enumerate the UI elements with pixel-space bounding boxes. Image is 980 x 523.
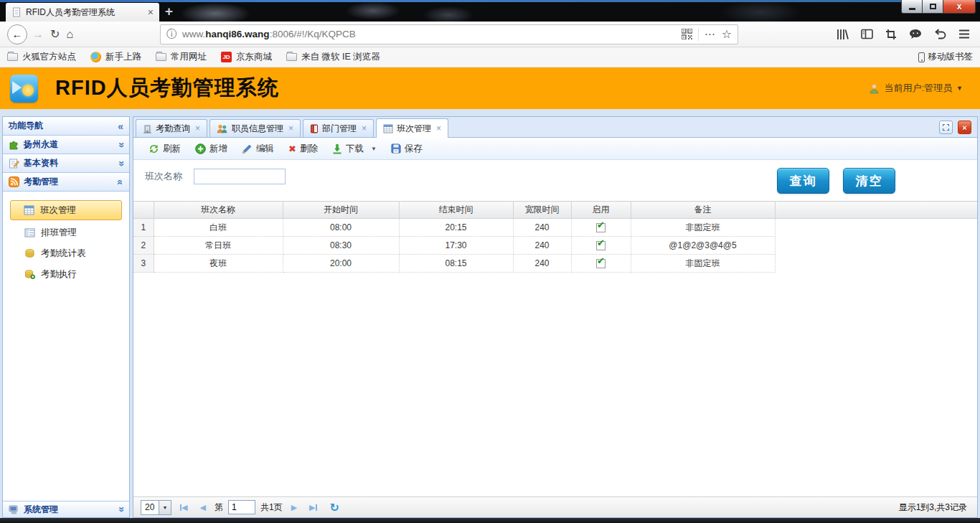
tab-close-icon[interactable]: × (362, 123, 367, 133)
calendar-icon (24, 205, 34, 215)
close-button[interactable]: x (943, 0, 976, 14)
address-bar[interactable]: ⓘ www.hanqi86.wang:8006/#!/Kq/KQPCB ⋯ ☆ (160, 24, 738, 44)
bookmark-item[interactable]: JD京东商城 (221, 51, 272, 63)
download-caret-icon[interactable]: ▼ (371, 146, 377, 152)
chevron-down-icon[interactable]: « (115, 142, 126, 148)
table-row[interactable]: 3 夜班 20:00 08:15 240 ✔ 非固定班 (133, 255, 977, 273)
sidebar-header[interactable]: 功能导航 « (3, 117, 129, 136)
maximize-button[interactable] (923, 0, 943, 14)
sidebar-section-system[interactable]: 系统管理 « (3, 501, 129, 517)
cell-filler (775, 219, 977, 237)
close-panel-button[interactable]: × (958, 121, 971, 134)
current-user-menu[interactable]: 当前用户:管理员 ▼ (869, 82, 970, 95)
sidebar-item-schedule-management[interactable]: 排班管理 (9, 223, 123, 242)
enabled-checkbox[interactable]: ✔ (596, 259, 606, 268)
chevron-down-icon[interactable]: « (115, 506, 126, 512)
save-button[interactable]: 保存 (385, 141, 429, 157)
page-size-select[interactable]: 20 ▼ (141, 500, 171, 515)
sidebar-section-yangzhou[interactable]: 扬州永道 « (3, 136, 129, 154)
cell-rownum: 1 (133, 219, 154, 237)
tab-close-icon[interactable]: × (288, 123, 293, 133)
page-size-value: 20 (141, 501, 159, 514)
bookmark-item[interactable]: 常用网址 (156, 51, 207, 63)
page-number-input[interactable] (228, 500, 255, 514)
edit-button[interactable]: 编辑 (235, 141, 281, 157)
col-remark[interactable]: 备注 (631, 202, 775, 219)
menu-icon[interactable] (958, 29, 970, 39)
close-icon: x (957, 1, 962, 11)
reload-button[interactable]: ↻ (50, 27, 60, 41)
forward-button[interactable]: → (32, 28, 44, 41)
bookmark-item[interactable]: 来自 微软 IE 浏览器 (286, 51, 380, 63)
sidebar-item-attendance-statistics[interactable]: 考勤统计表 (9, 244, 123, 263)
delete-button[interactable]: ✖ 删除 (282, 141, 324, 157)
add-button[interactable]: 新增 (189, 141, 234, 157)
select-caret-icon[interactable]: ▼ (159, 501, 171, 514)
screenshot-icon[interactable] (885, 29, 897, 40)
chevron-up-icon[interactable]: « (115, 179, 126, 185)
shift-name-input[interactable] (194, 169, 286, 184)
tab-staff-info[interactable]: 职员信息管理 × (209, 119, 301, 137)
titlebar[interactable]: RFID人员考勤管理系统 × + x (0, 2, 980, 22)
bookmark-item[interactable]: 火狐官方站点 (7, 51, 76, 63)
enabled-checkbox[interactable]: ✔ (596, 241, 606, 250)
pencil-icon (242, 143, 253, 154)
browser-tab[interactable]: RFID人员考勤管理系统 × (6, 3, 159, 22)
home-button[interactable]: ⌂ (66, 28, 73, 41)
new-tab-button[interactable]: + (165, 4, 173, 19)
table-row[interactable]: 1 白班 08:00 20:15 240 ✔ 非固定班 (133, 219, 977, 237)
tab-close-icon[interactable]: × (148, 7, 154, 17)
bookmark-item[interactable]: 新手上路 (90, 51, 141, 63)
search-buttons: 查询 清空 (777, 168, 895, 194)
sidebar-toggle-icon[interactable] (861, 29, 873, 39)
sidebar-section-attendance[interactable]: 考勤管理 « (3, 173, 129, 192)
col-start-time[interactable]: 开始时间 (283, 202, 399, 219)
first-page-button[interactable]: ◀ (180, 503, 187, 512)
sidebar-item-shift-management[interactable]: 班次管理 (10, 200, 122, 220)
cell-shift-name: 白班 (154, 219, 283, 237)
download-icon (332, 143, 342, 154)
tab-department[interactable]: 部门管理 × (303, 119, 374, 137)
col-enabled[interactable]: 启用 (571, 202, 631, 219)
maximize-panel-button[interactable] (939, 121, 953, 134)
library-icon[interactable] (837, 29, 849, 40)
minimize-button[interactable] (901, 0, 923, 14)
mobile-bookmarks[interactable]: 移动版书签 (918, 51, 974, 63)
col-end-time[interactable]: 结束时间 (399, 202, 513, 219)
col-shift-name[interactable]: 班次名称 (154, 202, 283, 219)
clear-button[interactable]: 清空 (843, 168, 895, 194)
next-page-button[interactable]: ▶ (291, 503, 297, 512)
search-area: 班次名称 查询 清空 (133, 160, 977, 201)
bookmark-star-icon[interactable]: ☆ (722, 27, 732, 41)
undo-icon[interactable] (934, 29, 946, 39)
last-page-button[interactable]: ▶ (309, 503, 316, 512)
chevron-down-icon[interactable]: « (115, 161, 126, 166)
grid-refresh-button[interactable]: ↻ (330, 501, 339, 514)
current-user-label: 当前用户:管理员 (884, 82, 952, 95)
refresh-icon (149, 143, 159, 154)
query-button[interactable]: 查询 (777, 168, 829, 194)
chat-icon[interactable] (909, 29, 922, 39)
sidebar-section-basic[interactable]: 基本资料 « (3, 154, 129, 173)
tab-close-icon[interactable]: × (436, 123, 441, 133)
col-grace-time[interactable]: 宽限时间 (513, 202, 571, 219)
sidebar-collapse-icon[interactable]: « (118, 121, 123, 132)
page-actions-icon[interactable]: ⋯ (705, 28, 716, 41)
cell-end-time: 08:15 (399, 255, 513, 273)
enabled-checkbox[interactable]: ✔ (596, 223, 606, 232)
sidebar-item-attendance-execute[interactable]: 考勤执行 (9, 265, 123, 283)
prev-page-button[interactable]: ◀ (199, 503, 205, 512)
tab-close-icon[interactable]: × (195, 123, 200, 133)
logo-beam (12, 81, 22, 94)
site-info-icon[interactable]: ⓘ (166, 28, 176, 41)
table-row[interactable]: 2 常日班 08:30 17:30 240 ✔ @1@2@3@4@5 (133, 237, 977, 255)
folder-icon (156, 53, 166, 61)
bookmark-label: 火狐官方站点 (22, 51, 76, 63)
refresh-button[interactable]: 刷新 (142, 141, 187, 157)
qr-code-icon[interactable] (682, 29, 692, 39)
back-button[interactable]: ← (7, 24, 27, 44)
tab-shift-management[interactable]: 班次管理 × (376, 118, 448, 138)
download-button[interactable]: 下载 ▼ (326, 141, 383, 157)
url-text[interactable]: www.hanqi86.wang:8006/#!/Kq/KQPCB (182, 29, 676, 39)
tab-attendance-query[interactable]: 考勤查询 × (136, 119, 207, 137)
